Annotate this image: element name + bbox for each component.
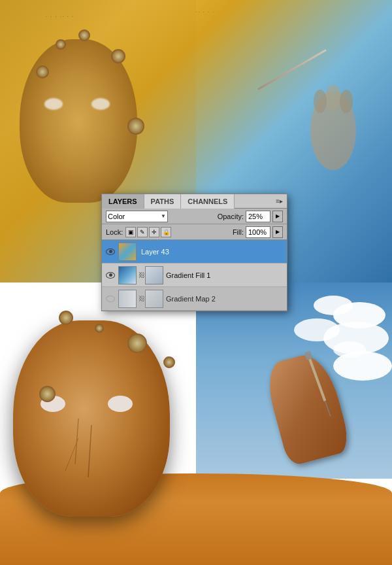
artwork-clock-5 bbox=[56, 39, 66, 50]
panel-menu-icon[interactable]: ≡▸ bbox=[272, 197, 287, 205]
tab-paths[interactable]: PATHS bbox=[144, 194, 182, 209]
svg-point-3 bbox=[314, 90, 327, 113]
opacity-value[interactable]: 25% bbox=[246, 211, 270, 222]
artwork-clock-bottom-4 bbox=[39, 386, 56, 402]
svg-rect-8 bbox=[304, 351, 313, 360]
opacity-label: Opacity: bbox=[218, 213, 244, 220]
photoshop-layers-panel: LAYERS PATHS CHANNELS ≡▸ Color ▼ Opacity… bbox=[101, 194, 287, 311]
layer-item-gradient-fill[interactable]: ⛓ Gradient Fill 1 bbox=[102, 264, 287, 287]
gradient-map-name: Gradient Map 2 bbox=[166, 295, 216, 303]
fill-arrow[interactable]: ▶ bbox=[272, 226, 283, 238]
artwork-face-bottom bbox=[13, 320, 196, 543]
gradient-fill-visibility[interactable] bbox=[105, 269, 116, 281]
blend-mode-label: Color bbox=[108, 213, 125, 220]
tab-channels-label: CHANNELS bbox=[188, 197, 227, 205]
artwork-clock-bottom-5 bbox=[95, 324, 104, 333]
lock-row: Lock: ▣ ✎ ✛ 🔒 Fill: 100% ▶ bbox=[102, 224, 287, 240]
artwork-birds: · · · ·· · · bbox=[46, 14, 74, 18]
blend-mode-select[interactable]: Color ▼ bbox=[106, 211, 168, 222]
layer-list: Layer 43 ⛓ Gradient Fill 1 bbox=[102, 240, 287, 311]
artwork-clock-4 bbox=[36, 65, 49, 78]
tab-layers[interactable]: LAYERS bbox=[102, 194, 144, 209]
svg-line-6 bbox=[88, 425, 91, 477]
svg-point-2 bbox=[340, 90, 353, 113]
artwork-hand-top bbox=[294, 78, 372, 183]
artwork-birds-2: ·· · · · bbox=[196, 10, 215, 14]
layer-43-visibility[interactable] bbox=[105, 246, 116, 258]
gradient-fill-mask bbox=[145, 266, 163, 284]
svg-line-5 bbox=[65, 438, 78, 471]
layer-chain-icon-2: ⛓ bbox=[139, 294, 145, 303]
tab-channels[interactable]: CHANNELS bbox=[181, 194, 235, 209]
artwork-clock-bottom-2 bbox=[59, 311, 73, 325]
lock-icon-move[interactable]: ✛ bbox=[149, 227, 159, 237]
panel-tabs-bar: LAYERS PATHS CHANNELS ≡▸ bbox=[102, 194, 287, 209]
layer-43-name: Layer 43 bbox=[141, 248, 169, 256]
lock-icon-brush[interactable]: ✎ bbox=[137, 227, 148, 237]
gradient-map-thumbnail bbox=[118, 290, 137, 308]
artwork-hand-bottom bbox=[274, 356, 359, 487]
layer-43-thumbnail bbox=[118, 243, 137, 261]
layer-item-gradient-map[interactable]: ⛓ Gradient Map 2 bbox=[102, 287, 287, 311]
layer-chain-icon: ⛓ bbox=[139, 271, 145, 280]
tab-paths-label: PATHS bbox=[151, 197, 174, 205]
gradient-map-mask bbox=[145, 290, 163, 308]
blend-mode-arrow: ▼ bbox=[161, 213, 166, 219]
artwork-clock-bottom-1 bbox=[127, 334, 147, 353]
artwork-clock-3 bbox=[127, 118, 144, 135]
artwork-clock-2 bbox=[78, 29, 90, 41]
lock-icon-checkerboard[interactable]: ▣ bbox=[125, 227, 136, 237]
artwork-clock-bottom-3 bbox=[163, 356, 175, 368]
gradient-fill-thumbnail bbox=[118, 266, 137, 284]
artwork-eye-top-right bbox=[91, 98, 110, 110]
artwork-clock-1 bbox=[111, 49, 125, 63]
lock-label: Lock: bbox=[106, 228, 123, 236]
tab-layers-label: LAYERS bbox=[108, 197, 137, 205]
svg-point-1 bbox=[325, 85, 341, 111]
gradient-map-visibility[interactable] bbox=[105, 293, 116, 305]
layer-item-43[interactable]: Layer 43 bbox=[102, 240, 287, 264]
fill-label: Fill: bbox=[233, 228, 244, 236]
svg-line-9 bbox=[325, 401, 331, 416]
lock-icon-lock[interactable]: 🔒 bbox=[161, 227, 171, 237]
artwork-eye-top-left bbox=[44, 98, 63, 110]
opacity-arrow[interactable]: ▶ bbox=[272, 211, 283, 222]
gradient-fill-name: Gradient Fill 1 bbox=[166, 271, 210, 279]
blend-mode-row: Color ▼ Opacity: 25% ▶ bbox=[102, 209, 287, 224]
fill-value[interactable]: 100% bbox=[246, 226, 270, 238]
